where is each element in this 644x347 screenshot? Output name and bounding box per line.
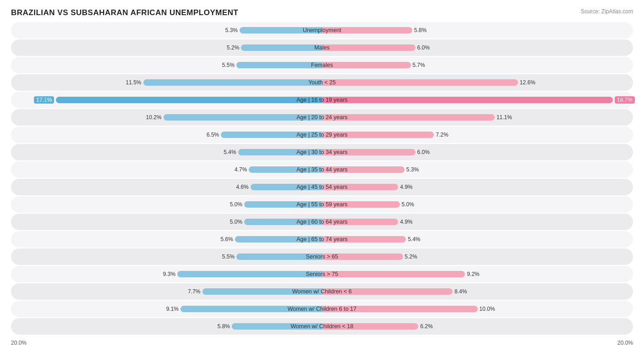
bar-right bbox=[322, 114, 495, 121]
chart-row: Age | 35 to 44 years4.7%5.3% bbox=[11, 161, 633, 178]
chart-row: Age | 55 to 59 years5.0%5.0% bbox=[11, 196, 633, 213]
axis-label-right: 20.0% bbox=[617, 340, 633, 346]
val-right: 12.6% bbox=[520, 79, 535, 86]
val-right: 9.2% bbox=[467, 271, 479, 277]
val-left: 5.4% bbox=[224, 149, 236, 155]
row-label: Women w/ Children < 18 bbox=[291, 323, 354, 330]
val-right: 11.1% bbox=[497, 114, 512, 121]
row-label: Age | 16 to 19 years bbox=[296, 97, 348, 103]
row-label: Age | 20 to 24 years bbox=[296, 114, 348, 121]
val-left: 9.3% bbox=[163, 271, 175, 277]
chart-row: Seniors > 655.5%5.2% bbox=[11, 248, 633, 265]
source-text: Source: ZipAtlas.com bbox=[581, 8, 633, 15]
row-label: Age | 55 to 59 years bbox=[296, 201, 348, 208]
val-left: 5.0% bbox=[230, 201, 242, 208]
val-right: 6.0% bbox=[417, 44, 430, 51]
val-left: 4.6% bbox=[236, 184, 248, 190]
chart-row: Youth < 2511.5%12.6% bbox=[11, 74, 633, 91]
val-right: 10.0% bbox=[480, 306, 495, 312]
chart-row: Females5.5%5.7% bbox=[11, 57, 633, 73]
row-label: Age | 35 to 44 years bbox=[296, 166, 348, 173]
val-left: 9.1% bbox=[166, 306, 179, 312]
row-label: Age | 60 to 64 years bbox=[296, 219, 348, 225]
chart-row: Women w/ Children < 67.7%8.4% bbox=[11, 283, 633, 300]
val-left: 17.1% bbox=[34, 96, 54, 104]
val-left: 5.3% bbox=[225, 27, 238, 33]
row-label: Youth < 25 bbox=[308, 79, 336, 86]
val-left: 7.7% bbox=[188, 288, 200, 295]
chart-row: Seniors > 759.3%9.2% bbox=[11, 266, 633, 282]
chart-row: Age | 65 to 74 years5.6%5.4% bbox=[11, 231, 633, 248]
bar-left bbox=[56, 97, 322, 103]
bar-left bbox=[177, 271, 322, 277]
row-label: Age | 45 to 54 years bbox=[296, 184, 348, 190]
val-left: 5.8% bbox=[218, 323, 230, 330]
val-right: 4.9% bbox=[400, 219, 412, 225]
val-right: 8.4% bbox=[454, 288, 467, 295]
val-right: 7.2% bbox=[436, 132, 448, 138]
val-right: 4.9% bbox=[400, 184, 412, 190]
chart-area: Unemployment5.3%5.8%Males5.2%6.0%Females… bbox=[11, 22, 633, 335]
val-right: 5.4% bbox=[408, 236, 420, 242]
val-right: 18.7% bbox=[615, 96, 635, 104]
row-label: Males bbox=[314, 44, 329, 51]
row-label: Age | 30 to 34 years bbox=[296, 149, 348, 155]
val-right: 6.0% bbox=[417, 149, 430, 155]
val-right: 5.0% bbox=[402, 201, 414, 208]
val-left: 5.5% bbox=[222, 253, 235, 260]
val-right: 5.7% bbox=[413, 62, 425, 68]
val-right: 6.2% bbox=[420, 323, 433, 330]
row-label: Unemployment bbox=[303, 27, 341, 33]
row-label: Age | 25 to 29 years bbox=[296, 132, 348, 138]
val-left: 5.2% bbox=[227, 44, 239, 51]
chart-row: Males5.2%6.0% bbox=[11, 39, 633, 56]
val-right: 5.3% bbox=[406, 166, 419, 173]
row-label: Seniors > 65 bbox=[306, 253, 338, 260]
row-label: Seniors > 75 bbox=[306, 271, 338, 277]
axis-row: 20.0%20.0% bbox=[11, 336, 633, 347]
bar-right bbox=[322, 44, 415, 51]
val-right: 5.2% bbox=[405, 253, 417, 260]
row-label: Women w/ Children < 6 bbox=[292, 288, 352, 295]
chart-title: BRAZILIAN VS SUBSAHARAN AFRICAN UNEMPLOY… bbox=[11, 8, 238, 17]
chart-row: Age | 45 to 54 years4.6%4.9% bbox=[11, 179, 633, 195]
val-left: 5.0% bbox=[230, 219, 242, 225]
row-label: Age | 65 to 74 years bbox=[296, 236, 348, 242]
bar-right bbox=[322, 97, 613, 103]
bar-right bbox=[322, 271, 465, 277]
val-left: 10.2% bbox=[146, 114, 162, 121]
chart-row: Age | 16 to 19 years17.1%18.7% bbox=[11, 92, 633, 108]
bar-right bbox=[322, 79, 518, 86]
bar-left bbox=[236, 62, 322, 68]
chart-row: Unemployment5.3%5.8% bbox=[11, 22, 633, 39]
val-left: 11.5% bbox=[126, 79, 141, 86]
row-label: Females bbox=[311, 62, 333, 68]
axis-label-left: 20.0% bbox=[11, 340, 27, 346]
bar-right bbox=[322, 62, 411, 68]
chart-row: Age | 30 to 34 years5.4%6.0% bbox=[11, 144, 633, 160]
val-left: 6.5% bbox=[207, 132, 219, 138]
row-label: Women w/ Children 6 to 17 bbox=[288, 306, 357, 312]
val-right: 5.8% bbox=[414, 27, 426, 33]
val-left: 4.7% bbox=[235, 166, 247, 173]
bar-left bbox=[241, 44, 322, 51]
chart-container: BRAZILIAN VS SUBSAHARAN AFRICAN UNEMPLOY… bbox=[0, 0, 644, 347]
chart-row: Age | 20 to 24 years10.2%11.1% bbox=[11, 109, 633, 126]
val-left: 5.6% bbox=[220, 236, 233, 242]
chart-row: Women w/ Children 6 to 179.1%10.0% bbox=[11, 301, 633, 317]
bar-left bbox=[143, 79, 322, 86]
chart-row: Age | 60 to 64 years5.0%4.9% bbox=[11, 214, 633, 230]
val-left: 5.5% bbox=[222, 62, 235, 68]
chart-row: Women w/ Children < 185.8%6.2% bbox=[11, 318, 633, 335]
chart-row: Age | 25 to 29 years6.5%7.2% bbox=[11, 127, 633, 143]
